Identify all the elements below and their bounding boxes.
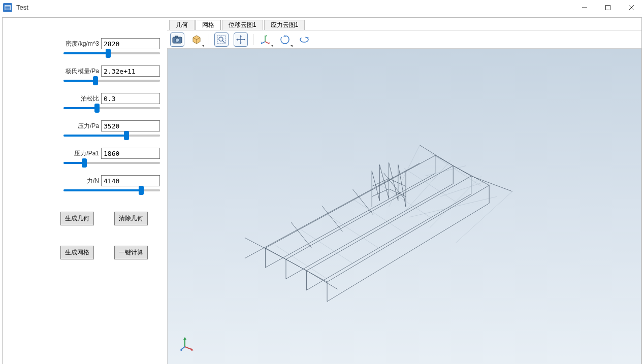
toolbar-separator xyxy=(253,34,253,45)
svg-rect-4 xyxy=(606,5,610,10)
pressure1-input[interactable] xyxy=(101,148,160,159)
svg-line-33 xyxy=(265,155,435,248)
svg-line-37 xyxy=(245,163,420,258)
force-slider[interactable] xyxy=(63,189,160,191)
3d-view-button[interactable] xyxy=(189,32,204,47)
param-label: 杨氏模量/Pa xyxy=(66,67,99,76)
app-icon xyxy=(3,3,12,12)
viewer-pane: 几何 网格 位移云图1 应力云图1 xyxy=(167,18,641,364)
tab-displacement[interactable]: 位移云图1 xyxy=(222,20,263,30)
rotate-scene-icon xyxy=(299,35,310,45)
svg-line-81 xyxy=(430,153,481,186)
density-slider[interactable] xyxy=(63,52,160,54)
svg-line-85 xyxy=(327,215,378,248)
wireframe-mesh xyxy=(168,49,641,364)
generate-mesh-button[interactable]: 生成网格 xyxy=(60,246,94,259)
svg-line-71 xyxy=(389,162,398,201)
maximize-button[interactable] xyxy=(596,0,620,15)
sidebar: 密度/kg/m^3 杨氏模量/Pa 泊松比 xyxy=(3,18,167,364)
param-density: 密度/kg/m^3 xyxy=(10,38,160,54)
youngs-modulus-input[interactable] xyxy=(101,65,160,77)
svg-text:y: y xyxy=(269,41,270,44)
svg-line-34 xyxy=(286,166,453,259)
svg-line-59 xyxy=(322,206,343,231)
param-pressure1: 压力/Pa1 xyxy=(10,148,160,164)
axis-triad-icon xyxy=(180,336,195,351)
rotate-button[interactable] xyxy=(278,32,292,47)
svg-line-36 xyxy=(327,185,489,282)
svg-line-86 xyxy=(301,230,352,263)
tab-stress[interactable]: 应力云图1 xyxy=(264,20,305,30)
window-body: 密度/kg/m^3 杨氏模量/Pa 泊松比 xyxy=(2,17,642,364)
svg-line-58 xyxy=(291,222,312,248)
svg-point-15 xyxy=(219,37,223,41)
param-youngs-modulus: 杨氏模量/Pa xyxy=(10,65,160,82)
svg-point-29 xyxy=(281,36,289,44)
svg-marker-92 xyxy=(183,337,186,340)
window-title: Test xyxy=(16,4,573,11)
close-button[interactable] xyxy=(620,0,643,15)
param-label: 密度/kg/m^3 xyxy=(66,40,99,48)
screenshot-button[interactable] xyxy=(170,32,184,47)
xyz-axis-icon: z y x xyxy=(260,35,271,45)
svg-marker-21 xyxy=(236,39,238,41)
minimize-icon xyxy=(582,5,588,11)
zoom-rect-icon xyxy=(216,35,227,45)
poisson-slider[interactable] xyxy=(63,107,160,109)
svg-line-61 xyxy=(383,173,404,199)
svg-line-80 xyxy=(456,191,512,243)
youngs-modulus-slider[interactable] xyxy=(63,80,160,82)
svg-rect-9 xyxy=(175,36,178,38)
svg-marker-20 xyxy=(240,43,242,44)
axis-view-button[interactable]: z y x xyxy=(259,32,273,47)
pan-arrows-icon xyxy=(236,35,246,45)
minimize-button[interactable] xyxy=(573,0,596,15)
svg-marker-96 xyxy=(180,348,183,351)
zoom-rect-button[interactable] xyxy=(214,32,229,47)
density-input[interactable] xyxy=(101,38,160,49)
svg-line-53 xyxy=(307,271,338,289)
generate-geometry-button[interactable]: 生成几何 xyxy=(60,212,94,225)
rotate-icon xyxy=(279,35,291,45)
param-label: 力/N xyxy=(87,177,99,185)
pan-button[interactable] xyxy=(234,32,248,47)
3d-viewer-canvas[interactable] xyxy=(167,48,641,364)
pressure1-slider[interactable] xyxy=(63,162,160,164)
svg-line-60 xyxy=(353,189,374,215)
pressure-input[interactable] xyxy=(101,120,160,131)
pressure-slider[interactable] xyxy=(63,135,160,137)
3d-box-icon xyxy=(191,35,202,45)
svg-point-63 xyxy=(372,198,406,215)
svg-line-88 xyxy=(425,166,466,176)
chevron-down-icon xyxy=(271,45,273,47)
param-poisson: 泊松比 xyxy=(10,93,160,109)
chevron-down-icon xyxy=(291,45,293,47)
svg-rect-0 xyxy=(5,5,11,10)
rotate-scene-button[interactable] xyxy=(297,32,311,47)
viewer-toolbar: z y x xyxy=(167,30,641,48)
param-label: 压力/Pa1 xyxy=(74,149,99,158)
svg-text:z: z xyxy=(266,35,267,37)
svg-line-49 xyxy=(327,203,489,301)
poisson-input[interactable] xyxy=(101,93,160,104)
one-click-calc-button[interactable]: 一键计算 xyxy=(114,246,148,259)
close-icon xyxy=(628,5,634,11)
window-controls xyxy=(573,0,643,15)
tab-geometry[interactable]: 几何 xyxy=(169,20,195,30)
svg-line-87 xyxy=(276,245,327,279)
chevron-down-icon xyxy=(202,45,204,47)
svg-line-89 xyxy=(440,181,487,196)
svg-line-75 xyxy=(372,189,389,196)
svg-line-16 xyxy=(222,41,224,43)
toolbar-separator xyxy=(209,34,209,45)
tab-mesh[interactable]: 网格 xyxy=(196,20,221,30)
clear-geometry-button[interactable]: 清除几何 xyxy=(114,212,148,225)
svg-marker-22 xyxy=(244,39,245,41)
param-label: 泊松比 xyxy=(81,94,99,103)
svg-line-46 xyxy=(265,174,435,268)
param-label: 压力/Pa xyxy=(78,122,99,130)
svg-line-90 xyxy=(409,196,497,217)
param-pressure: 压力/Pa xyxy=(10,120,160,137)
force-input[interactable] xyxy=(101,175,160,186)
titlebar: Test xyxy=(0,0,644,15)
